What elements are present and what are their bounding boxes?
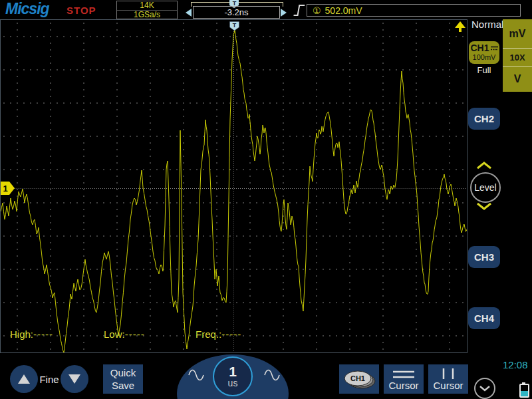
clock: 12:08 [503, 359, 528, 370]
horizontal-cursor-lines-icon [392, 369, 416, 380]
unit-v-button[interactable]: V [503, 66, 532, 92]
adjust-down-button[interactable] [61, 365, 88, 393]
channel3-button[interactable]: CH3 [468, 246, 500, 268]
ch1-waveform-trace [1, 30, 467, 352]
trigger-pan-left-icon[interactable] [186, 9, 192, 17]
trigger-pan-right-icon[interactable] [281, 9, 287, 17]
horizontal-cursor-button[interactable]: Cursor [384, 364, 424, 394]
unit-mv-button[interactable]: mV [503, 19, 532, 49]
channel1-button[interactable]: CH1 100mV [469, 41, 499, 64]
waveform-display[interactable]: T 1 High:----- Low:----- Freq.:----- [0, 19, 467, 353]
trigger-level-arrow-icon[interactable] [453, 21, 467, 33]
level-up-chevron-icon[interactable] [476, 162, 492, 170]
fine-adjust-label: Fine [39, 374, 60, 385]
acquisition-info-box[interactable]: 14K 1GSa/s [116, 1, 178, 19]
quick-save-button[interactable]: Quick Save [103, 364, 143, 394]
channel1-label: CH1 [470, 43, 489, 53]
trigger-source-badge: ① [313, 5, 321, 16]
vertical-cursor-button[interactable]: Cursor [428, 364, 468, 394]
measurement-high: High:----- [10, 329, 53, 340]
svg-text:CH1: CH1 [350, 374, 365, 382]
waveform-plot [1, 20, 467, 352]
run-state-badge: STOP [66, 5, 96, 16]
timebase-value: 1 [229, 365, 237, 378]
triangle-up-icon [18, 374, 30, 384]
measurement-freq: Freq.:----- [196, 329, 241, 340]
timebase-unit: us [228, 378, 238, 388]
level-down-chevron-icon[interactable] [476, 202, 492, 210]
timebase-slower-sine-icon[interactable] [188, 368, 205, 382]
probe-attenuation-button[interactable]: 10X [503, 49, 532, 66]
dc-coupling-icon [491, 45, 498, 51]
memory-depth-value: 14K [117, 1, 177, 11]
channel1-bandwidth-label: Full [469, 65, 499, 75]
level-knob[interactable]: Level [470, 172, 501, 203]
svg-text:T: T [233, 22, 237, 29]
micsig-logo: Micsig [5, 0, 49, 18]
vertical-unit-panel: mV 10X V [503, 19, 532, 92]
trigger-position-readout[interactable]: -3.2ns [193, 6, 280, 19]
measurement-low: Low:----- [104, 329, 145, 340]
channel-select-button[interactable]: CH1 [339, 364, 379, 394]
timebase-knob[interactable]: 1 us [213, 356, 253, 396]
oscilloscope-screen: Micsig STOP 14K 1GSa/s T -3.2ns ① 502.0m… [0, 0, 532, 399]
channel2-button[interactable]: CH2 [468, 108, 500, 130]
expand-menu-button[interactable] [474, 378, 495, 399]
channel1-position-marker[interactable]: 1 [1, 181, 16, 196]
channel1-scale: 100mV [473, 53, 496, 62]
cursor-v-label: Cursor [433, 380, 463, 391]
adjust-up-button[interactable] [10, 365, 38, 393]
trigger-top-marker-icon[interactable]: T [229, 21, 240, 31]
timebase-faster-sine-icon[interactable] [263, 368, 281, 382]
svg-text:1: 1 [3, 184, 7, 194]
triangle-down-icon [68, 374, 80, 384]
trigger-level-value: 502.0mV [325, 5, 362, 16]
cursor-h-label: Cursor [388, 380, 418, 391]
channel4-button[interactable]: CH4 [468, 307, 500, 329]
rising-edge-trigger-icon [292, 3, 307, 17]
chevron-down-icon [479, 385, 491, 392]
vertical-cursor-lines-icon [436, 368, 460, 380]
trigger-level-readout[interactable]: ① 502.0mV [307, 4, 521, 17]
sample-rate-value: 1GSa/s [117, 11, 177, 19]
trigger-mode-label: Normal [471, 19, 503, 30]
stacked-channels-icon: CH1 [340, 367, 378, 391]
battery-icon [519, 384, 529, 398]
